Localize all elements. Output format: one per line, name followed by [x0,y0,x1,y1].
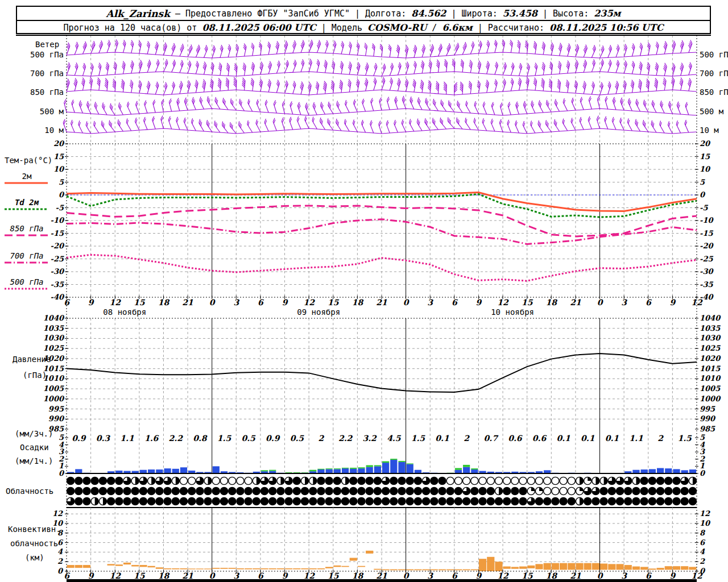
hour-label: 3 [621,298,627,307]
temp-ytick-right: -15 [700,229,713,238]
wind-barb-feather [482,118,483,122]
convective-cloud-bar [446,569,454,571]
wind-barb-feather [354,121,355,125]
wind-barb-feather [337,102,338,106]
convective-cloud-bar [245,568,252,569]
cloud-cover-fraction [588,477,592,481]
precip-3h-value: 1.5 [411,434,426,443]
wind-barb-feather [474,119,475,123]
temp-ytick-right: 20 [700,139,711,148]
wind-barb-feather [336,119,337,123]
wind-barb-feather [433,119,434,123]
wind-barb-feather [449,43,450,47]
wind-barb-feather [102,102,104,106]
wind-barb-feather [328,102,329,106]
precip-bar-rain [350,469,357,473]
wind-barb-feather [539,102,540,106]
cloud-cover-circle [75,487,82,494]
convective-cloud-bar [568,563,575,570]
cloud-cover-circle [317,477,325,484]
wind-barb-feather [119,104,121,108]
hour-label: 9 [282,298,288,307]
cloud-cover-circle [172,497,179,505]
wind-barb-feather [441,99,441,103]
convective-cloud-bar [535,564,543,569]
wind-barb-feather [345,120,346,124]
precip-3h-value: 0.6 [508,434,523,443]
hour-label-bottom: 18 [158,571,170,580]
precip-3h-value: 0.1 [581,434,595,443]
convective-cloud-bar [188,568,196,569]
convective-cloud-bar [366,551,373,554]
convective-cloud-bar [511,567,519,568]
precip-3h-value: 1.6 [144,434,159,443]
wind-barb-feather [209,123,209,127]
wind-barb-feather [101,120,102,124]
wind-barb-feather [198,45,200,49]
cloud-cover-circle [568,477,575,484]
precip-bar-snow [301,472,308,473]
cloud-cover-circle [237,487,244,494]
wind-barb-feather [94,102,96,106]
wind-barb-feather [95,103,96,107]
cloud-cover-circle [229,497,236,505]
wind-barb-feather [402,119,403,123]
wind-barb-feather [313,102,314,106]
legend-label-850: 850 гПа [5,224,49,233]
convective-cloud-bar [624,565,632,569]
pressure-ytick-right: 1015 [700,364,721,373]
wind-barb-feather [637,122,638,126]
wind-barb-feather [224,123,224,127]
cloud-cover-circle [560,497,567,505]
wind-barb-feather [652,100,653,104]
wind-barb-feather [241,124,241,128]
cloud-cover-circle [358,487,365,494]
wind-barb-feather [87,123,88,127]
wind-barb-feather [457,119,458,123]
wind-barb-feather [165,63,166,66]
cloud-cover-circle [665,497,672,505]
cloud-cover-circle [673,487,680,494]
wind-barb-feather [239,121,239,125]
wind-barb-feather [644,122,644,126]
cloud-cover-circle [439,487,446,494]
cloud-cover-circle [689,497,696,505]
wind-barb-feather [523,121,524,125]
convective-cloud-bar [640,567,648,569]
pressure-ytick-right: 1040 [700,314,721,322]
wind-barb-feather [92,44,93,48]
convective-cloud-bar [398,569,406,571]
cloud-cover-circle [99,487,106,494]
hour-label: 9 [476,298,482,307]
wind-barb-feather [119,121,119,125]
convective-cloud-bar [673,566,680,569]
cloud-cover-circle [382,497,390,505]
hour-label-bottom: 12 [691,571,703,580]
pressure-ytick-left: 1035 [43,324,64,332]
cloud-cover-circle [463,477,470,484]
wind-barb-feather [183,44,184,48]
cloud-cover-circle [423,487,430,494]
hour-label-bottom: 21 [182,571,193,580]
pressure-units-label: (гПа) [23,371,47,380]
temp-ytick-right: -35 [700,280,713,289]
wind-barb-feather [538,120,539,124]
cloud-cover-circle [414,487,421,494]
temp-ytick-right: -5 [700,203,708,212]
cloud-cover-circle [503,497,511,505]
cloud-cover-circle [454,477,462,484]
wind-barb-feather [441,119,442,123]
wind-barb-feather [118,119,118,123]
cloud-cover-circle [479,487,486,494]
wind-barb-feather [264,119,266,123]
wind-barb-feather [629,100,630,104]
wind-barb-feather [435,120,435,124]
temp-ytick-right: -20 [700,242,714,250]
cloud-cover-circle [309,487,317,494]
precip-3h-value: 2.2 [169,434,184,443]
wind-barb-feather [554,119,555,123]
cloud-cover-fraction [531,487,535,491]
temp-ytick-left: -35 [51,280,64,289]
wind-barb-feather [555,99,556,103]
cloud-cover-circle [204,487,212,494]
